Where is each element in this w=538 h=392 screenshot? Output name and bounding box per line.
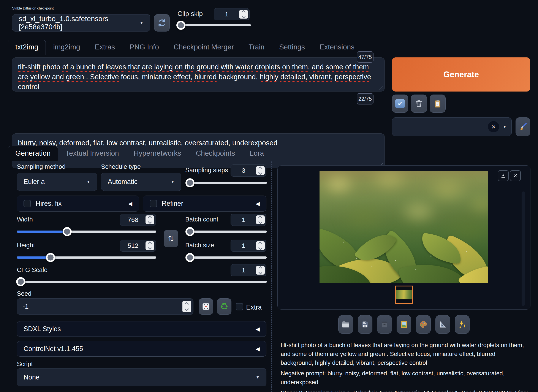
tab-img2img[interactable]: img2img bbox=[46, 40, 87, 55]
checkpoint-value: sd_xl_turbo_1.0.safetensors [2e58e3704b] bbox=[19, 15, 140, 31]
generated-image[interactable] bbox=[319, 171, 488, 283]
reuse-seed-button[interactable]: ♻ bbox=[217, 298, 231, 315]
spinner-arrows-icon[interactable] bbox=[145, 241, 154, 250]
checkpoint-dropdown[interactable]: sd_xl_turbo_1.0.safetensors [2e58e3704b]… bbox=[12, 14, 150, 32]
width-input[interactable]: 768 bbox=[120, 214, 156, 226]
tab-train[interactable]: Train bbox=[241, 40, 272, 55]
tab-hypernetworks[interactable]: Hypernetworks bbox=[126, 146, 188, 161]
upscale-button[interactable] bbox=[455, 315, 470, 334]
chevron-down-icon: ▼ bbox=[256, 375, 260, 380]
seed-value: -1 bbox=[17, 303, 29, 310]
clip-skip-input[interactable]: 1 bbox=[214, 8, 250, 20]
gallery-scrollbar[interactable] bbox=[522, 191, 525, 306]
batch-count-input[interactable]: 1 bbox=[231, 214, 267, 226]
spinner-arrows-icon[interactable] bbox=[256, 215, 265, 224]
swap-width-height-button[interactable]: ⇅ bbox=[164, 230, 178, 247]
close-image-button[interactable] bbox=[510, 170, 521, 181]
tab-checkpoints[interactable]: Checkpoints bbox=[188, 146, 243, 161]
seed-input[interactable]: -1 bbox=[17, 298, 193, 315]
batch-count-slider-knob[interactable] bbox=[185, 227, 195, 236]
tab-lora[interactable]: Lora bbox=[243, 146, 271, 161]
batch-size-slider[interactable] bbox=[186, 257, 267, 259]
tab-checkpoint-merger[interactable]: Checkpoint Merger bbox=[166, 40, 241, 55]
sampling-steps-slider-knob[interactable] bbox=[185, 178, 195, 187]
generate-button[interactable]: Generate bbox=[392, 57, 530, 92]
height-input[interactable]: 512 bbox=[120, 240, 156, 252]
extra-seed-label: Extra bbox=[246, 303, 262, 311]
spinner-arrows-icon[interactable] bbox=[145, 215, 154, 224]
width-slider[interactable] bbox=[17, 231, 156, 233]
tab-txt2img[interactable]: txt2img bbox=[8, 40, 46, 55]
send-to-extras-button[interactable] bbox=[435, 315, 450, 334]
sampling-steps-slider[interactable] bbox=[186, 182, 267, 184]
random-seed-button[interactable] bbox=[199, 298, 213, 315]
batch-size-label: Batch size bbox=[185, 242, 214, 249]
apply-styles-button[interactable] bbox=[430, 94, 446, 113]
tab-extensions[interactable]: Extensions bbox=[312, 40, 362, 55]
clear-prompt-button[interactable] bbox=[411, 94, 427, 113]
tab-generation[interactable]: Generation bbox=[8, 146, 58, 161]
prompt-text: tilt-shift photo of a bunch of leaves th… bbox=[18, 62, 379, 92]
extra-seed-checkbox[interactable] bbox=[236, 303, 243, 310]
refresh-checkpoint-button[interactable] bbox=[154, 14, 170, 32]
arrow-down-left-icon: ↙ bbox=[395, 99, 405, 108]
spinner-arrows-icon[interactable] bbox=[256, 266, 265, 275]
spinner-arrows-icon[interactable] bbox=[239, 10, 248, 19]
clip-skip-slider-knob[interactable] bbox=[176, 21, 185, 30]
hires-fix-checkbox[interactable] bbox=[23, 200, 31, 207]
tab-textual-inversion[interactable]: Textual Inversion bbox=[58, 146, 126, 161]
spinner-arrows-icon[interactable] bbox=[182, 301, 191, 312]
tab-png-info[interactable]: PNG Info bbox=[122, 40, 166, 55]
tab-extras[interactable]: Extras bbox=[87, 40, 122, 55]
chevron-down-icon[interactable]: ▼ bbox=[503, 124, 507, 129]
thumbnail-selected[interactable] bbox=[395, 286, 413, 304]
styles-multiselect[interactable]: × ▼ bbox=[392, 117, 512, 136]
send-to-img2img-button[interactable] bbox=[397, 315, 411, 334]
generate-button-label: Generate bbox=[444, 70, 479, 79]
cfg-scale-slider-knob[interactable] bbox=[16, 277, 25, 286]
height-slider[interactable] bbox=[17, 257, 156, 259]
prompt-input[interactable]: tilt-shift photo of a bunch of leaves th… bbox=[12, 57, 385, 92]
sdxl-styles-accordion[interactable]: SDXL Styles ◀ bbox=[17, 321, 267, 337]
cfg-scale-slider[interactable] bbox=[17, 281, 267, 283]
trash-icon bbox=[414, 99, 423, 108]
accordion-collapsed-icon: ◀ bbox=[256, 326, 260, 332]
width-slider-knob[interactable] bbox=[63, 227, 72, 236]
sampling-method-dropdown[interactable]: Euler a ▼ bbox=[17, 173, 97, 191]
height-slider-knob[interactable] bbox=[46, 253, 55, 262]
spinner-arrows-icon[interactable] bbox=[256, 241, 265, 250]
batch-size-slider-knob[interactable] bbox=[185, 253, 195, 262]
refiner-checkbox[interactable] bbox=[150, 200, 157, 207]
clear-styles-icon[interactable]: × bbox=[488, 121, 499, 132]
recycle-icon: ♻ bbox=[220, 302, 228, 311]
save-zip-button[interactable] bbox=[377, 315, 392, 334]
sparkles-icon bbox=[458, 320, 467, 329]
send-to-inpaint-button[interactable] bbox=[416, 315, 431, 334]
refiner-accordion[interactable]: Refiner ◀ bbox=[143, 196, 267, 211]
chevron-down-icon: ▼ bbox=[86, 179, 90, 184]
edit-styles-button[interactable] bbox=[515, 117, 530, 136]
download-image-button[interactable] bbox=[498, 170, 509, 181]
generation-info: tilt-shift photo of a bunch of leaves th… bbox=[281, 341, 529, 392]
controlnet-accordion[interactable]: ControlNet v1.1.455 ◀ bbox=[17, 341, 267, 357]
cfg-scale-input[interactable]: 1 bbox=[231, 264, 267, 276]
save-image-button[interactable] bbox=[358, 315, 372, 334]
resize-handle-icon[interactable] bbox=[378, 85, 384, 90]
width-label: Width bbox=[17, 216, 33, 223]
paintbrush-icon bbox=[518, 122, 528, 131]
sampling-steps-input[interactable]: 3 bbox=[231, 164, 267, 177]
right-edge-border bbox=[536, 161, 536, 392]
controlnet-label: ControlNet v1.1.455 bbox=[23, 345, 83, 353]
tab-settings[interactable]: Settings bbox=[272, 40, 312, 55]
clip-skip-slider[interactable] bbox=[178, 24, 251, 26]
water-droplets-overlay bbox=[319, 171, 488, 283]
hires-fix-accordion[interactable]: Hires. fix ◀ bbox=[17, 196, 139, 211]
paste-generation-params-button[interactable]: ↙ bbox=[392, 94, 408, 113]
schedule-type-dropdown[interactable]: Automatic ▼ bbox=[101, 173, 181, 191]
script-dropdown[interactable]: None ▼ bbox=[17, 368, 267, 386]
refresh-icon bbox=[157, 18, 166, 28]
batch-size-input[interactable]: 1 bbox=[231, 240, 267, 252]
spinner-arrows-icon[interactable] bbox=[256, 166, 265, 175]
batch-count-slider[interactable] bbox=[186, 231, 267, 233]
open-folder-button[interactable] bbox=[338, 315, 353, 334]
